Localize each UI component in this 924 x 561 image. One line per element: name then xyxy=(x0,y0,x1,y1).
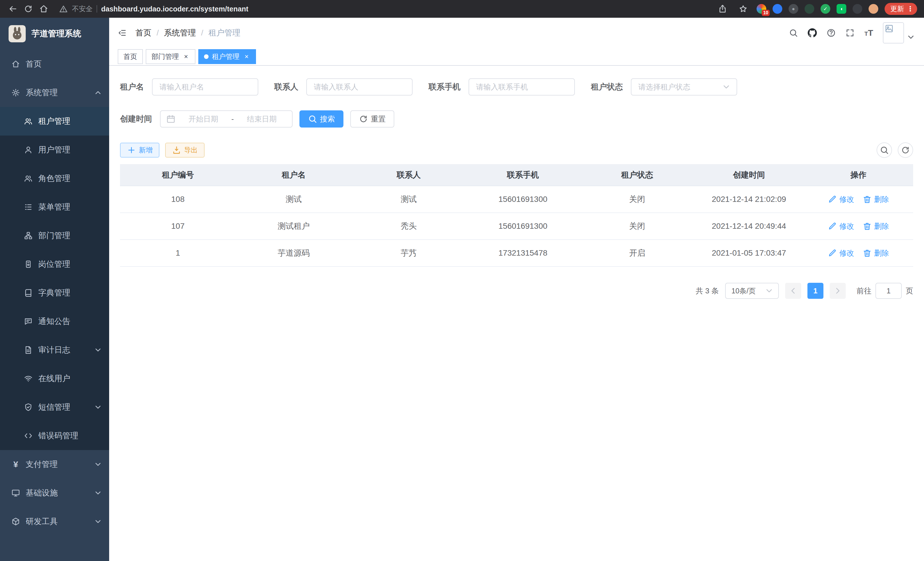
browser-actions: 10 ● ✓ ◖ 更新 ⋮ xyxy=(716,2,918,16)
refresh-icon xyxy=(901,146,910,155)
cell-tenant-id: 108 xyxy=(120,186,236,213)
contact-input[interactable] xyxy=(306,78,412,96)
sidebar-item-department-management[interactable]: 部门管理 xyxy=(0,221,109,250)
trash-icon xyxy=(862,195,872,204)
github-link[interactable] xyxy=(808,28,817,38)
extension-badge: 10 xyxy=(762,10,770,16)
sidebar-item-user-management[interactable]: 用户管理 xyxy=(0,135,109,164)
online-broadcast-icon xyxy=(24,374,33,383)
refresh-table-button[interactable] xyxy=(898,142,913,158)
help-button[interactable] xyxy=(826,28,836,38)
app-logo[interactable]: 芋道管理系统 xyxy=(0,18,109,50)
user-avatar-dropdown[interactable] xyxy=(883,22,915,44)
sidebar-item-home[interactable]: 首页 xyxy=(0,50,109,78)
share-button[interactable] xyxy=(716,2,730,16)
cell-create-time: 2021-01-05 17:03:47 xyxy=(694,240,804,266)
add-button[interactable]: 新增 xyxy=(120,143,159,158)
goto-page-input[interactable] xyxy=(875,283,902,299)
sidebar: 芋道管理系统 首页 系统管理 租户管理 用户管理 角色管理 菜单管理 部门管理 … xyxy=(0,18,109,561)
roles-users-icon xyxy=(24,174,33,183)
page-number-button[interactable]: 1 xyxy=(807,283,824,299)
browser-back-button[interactable] xyxy=(6,2,20,16)
cell-contact: 秃头 xyxy=(352,213,466,240)
cell-contact: 芋艿 xyxy=(352,240,466,266)
sidebar-item-error-code-management[interactable]: 错误码管理 xyxy=(0,421,109,450)
tenant-status-select[interactable]: 请选择租户状态 xyxy=(631,78,737,96)
reset-button[interactable]: 重置 xyxy=(350,110,394,128)
extension-icon-6[interactable]: ◖ xyxy=(837,4,846,14)
extension-icon-8[interactable] xyxy=(868,4,878,14)
sidebar-item-post-management[interactable]: 岗位管理 xyxy=(0,250,109,278)
edit-link[interactable]: 修改 xyxy=(828,221,854,231)
font-size-button[interactable]: TT xyxy=(864,29,873,37)
col-contact: 联系人 xyxy=(352,164,466,186)
edit-icon xyxy=(828,195,837,204)
sidebar-item-role-management[interactable]: 角色管理 xyxy=(0,164,109,193)
end-date-placeholder: 结束日期 xyxy=(237,114,286,124)
delete-link[interactable]: 删除 xyxy=(862,248,889,258)
next-page-button[interactable] xyxy=(830,283,846,299)
delete-link[interactable]: 删除 xyxy=(862,221,889,231)
delete-link[interactable]: 删除 xyxy=(862,194,889,205)
edit-link[interactable]: 修改 xyxy=(828,194,854,205)
cell-tenant-name: 测试 xyxy=(236,186,351,213)
browser-reload-button[interactable] xyxy=(21,2,35,16)
prev-page-button[interactable] xyxy=(785,283,801,299)
extension-icon-3[interactable]: ● xyxy=(789,4,798,14)
edit-link[interactable]: 修改 xyxy=(828,248,854,258)
close-icon[interactable]: × xyxy=(243,53,250,60)
sidebar-item-payment-management[interactable]: ¥ 支付管理 xyxy=(0,450,109,479)
fullscreen-button[interactable] xyxy=(845,28,855,38)
sidebar-item-system-management[interactable]: 系统管理 xyxy=(0,78,109,107)
tags-view-bar: 首页 部门管理 × 租户管理 × xyxy=(109,48,924,66)
toggle-search-button[interactable] xyxy=(877,142,892,158)
sidebar-item-label: 岗位管理 xyxy=(38,259,70,270)
search-button[interactable]: 搜索 xyxy=(299,110,344,128)
extension-icon-4[interactable] xyxy=(805,4,814,14)
cell-tenant-name: 测试租户 xyxy=(236,213,351,240)
tenant-name-input[interactable] xyxy=(152,78,258,96)
tab-home[interactable]: 首页 xyxy=(118,49,143,64)
cell-create-time: 2021-12-14 20:49:44 xyxy=(694,213,804,240)
gear-icon xyxy=(11,88,20,97)
page-size-select[interactable]: 10条/页 xyxy=(725,283,779,299)
browser-update-button[interactable]: 更新 ⋮ xyxy=(885,3,917,15)
cell-contact-phone: 15601691300 xyxy=(466,213,580,240)
sidebar-collapse-button[interactable] xyxy=(118,28,127,38)
browser-home-button[interactable] xyxy=(37,2,51,16)
extension-icon-1[interactable]: 10 xyxy=(757,4,766,14)
security-label: 不安全 xyxy=(72,4,93,14)
sidebar-item-label: 系统管理 xyxy=(26,87,58,98)
extension-icon-2[interactable] xyxy=(772,4,782,14)
sidebar-item-tenant-management[interactable]: 租户管理 xyxy=(0,107,109,135)
error-code-icon xyxy=(24,432,33,440)
create-time-range-picker[interactable]: 开始日期 - 结束日期 xyxy=(160,110,292,128)
sidebar-item-sms-management[interactable]: 短信管理 xyxy=(0,393,109,421)
breadcrumb-system[interactable]: 系统管理 xyxy=(164,27,196,38)
breadcrumb-home[interactable]: 首页 xyxy=(135,27,152,38)
sidebar-item-devtools[interactable]: 研发工具 xyxy=(0,507,109,536)
sidebar-item-infrastructure[interactable]: 基础设施 xyxy=(0,479,109,507)
tab-tenant-management[interactable]: 租户管理 × xyxy=(198,49,256,64)
extension-icon-5[interactable]: ✓ xyxy=(820,4,830,14)
sidebar-item-online-users[interactable]: 在线用户 xyxy=(0,364,109,393)
pagination: 共 3 条 10条/页 1 前往 页 xyxy=(120,283,913,299)
search-icon xyxy=(308,114,317,123)
bookmark-button[interactable] xyxy=(736,2,750,16)
header-search-button[interactable] xyxy=(789,28,798,38)
tab-department-management[interactable]: 部门管理 × xyxy=(146,49,195,64)
sidebar-item-menu-management[interactable]: 菜单管理 xyxy=(0,193,109,221)
page-url: dashboard.yudao.iocoder.cn/system/tenant xyxy=(101,5,248,13)
extension-icon-7[interactable] xyxy=(853,4,862,14)
payment-yen-icon: ¥ xyxy=(11,459,20,469)
cell-tenant-status: 开启 xyxy=(580,240,694,266)
close-icon[interactable]: × xyxy=(182,53,190,60)
contact-phone-input[interactable] xyxy=(469,78,575,96)
sidebar-item-dictionary-management[interactable]: 字典管理 xyxy=(0,278,109,307)
sidebar-item-audit-log[interactable]: 审计日志 xyxy=(0,336,109,364)
address-bar[interactable]: 不安全 dashboard.yudao.iocoder.cn/system/te… xyxy=(52,4,714,14)
table-row: 1 芋道源码 芋艿 17321315478 开启 2021-01-05 17:0… xyxy=(120,240,913,266)
export-button[interactable]: 导出 xyxy=(165,143,205,158)
sidebar-item-notice-announcement[interactable]: 通知公告 xyxy=(0,307,109,336)
menu-list-icon xyxy=(24,203,33,211)
